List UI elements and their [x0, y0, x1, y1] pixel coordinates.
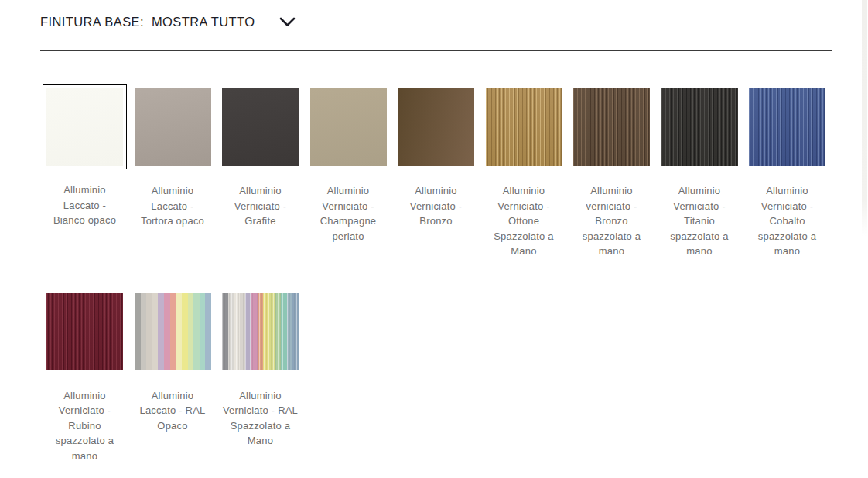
finish-selector-page: FINITURA BASE: MOSTRA TUTTO Alluminio La…	[0, 0, 868, 463]
finish-option[interactable]: Alluminio Verniciato - Cobalto spazzolat…	[749, 88, 825, 259]
finish-label: Alluminio Verniciato - Ottone Spazzolato…	[486, 183, 562, 259]
finish-swatch[interactable]	[222, 293, 299, 370]
finish-option[interactable]: Alluminio Verniciato - Bronzo	[398, 88, 474, 259]
scrollbar-thumb[interactable]	[862, 0, 867, 236]
finish-option[interactable]: Alluminio Laccato - RAL Opaco	[135, 293, 211, 464]
finish-option[interactable]: Alluminio Verniciato - Grafite	[222, 88, 299, 259]
finish-option[interactable]: Alluminio Verniciato - RAL Spazzolato a …	[222, 293, 299, 464]
finish-label: Alluminio Verniciato - RAL Spazzolato a …	[222, 388, 299, 449]
finish-swatch[interactable]	[749, 88, 825, 166]
finish-label: Alluminio Verniciato - Rubino spazzolato…	[46, 388, 123, 464]
finish-option[interactable]: Alluminio Verniciato - Rubino spazzolato…	[46, 293, 123, 464]
filter-label: FINITURA BASE:	[40, 15, 144, 29]
finish-swatch[interactable]	[398, 88, 474, 166]
finish-label: Alluminio Verniciato - Titanio spazzolat…	[661, 183, 738, 259]
finish-option[interactable]: Alluminio Verniciato - Champagne perlato	[310, 88, 387, 259]
finish-filter-bar: FINITURA BASE: MOSTRA TUTTO	[40, 15, 868, 29]
finish-swatch[interactable]	[310, 88, 387, 166]
finish-label: Alluminio Verniciato - Cobalto spazzolat…	[749, 183, 825, 259]
finish-option[interactable]: Alluminio Verniciato - Titanio spazzolat…	[661, 88, 738, 259]
finish-swatch[interactable]	[486, 88, 562, 166]
swatch-grid: Alluminio Laccato - Bianco opacoAllumini…	[46, 88, 868, 463]
finish-option[interactable]: Alluminio Laccato - Tortora opaco	[135, 88, 211, 259]
finish-option[interactable]: Alluminio Verniciato - Ottone Spazzolato…	[486, 88, 562, 259]
finish-label: Alluminio Laccato - Bianco opaco	[46, 183, 123, 228]
finish-swatch[interactable]	[661, 88, 738, 166]
finish-label: Alluminio Laccato - Tortora opaco	[135, 183, 211, 229]
finish-swatch-selected[interactable]	[43, 84, 127, 169]
finish-swatch[interactable]	[46, 293, 123, 370]
finish-swatch[interactable]	[135, 88, 211, 166]
finish-label: Alluminio Laccato - RAL Opaco	[135, 388, 211, 434]
finish-label: Alluminio Verniciato - Bronzo	[398, 183, 474, 229]
finish-swatch[interactable]	[135, 293, 211, 370]
header-divider	[40, 50, 832, 51]
finish-swatch[interactable]	[573, 88, 650, 166]
dropdown-selected-value: MOSTRA TUTTO	[152, 15, 255, 29]
scrollbar-track[interactable]	[862, 0, 868, 478]
finish-filter-dropdown[interactable]: MOSTRA TUTTO	[152, 15, 296, 29]
finish-option[interactable]: Alluminio Laccato - Bianco opaco	[46, 88, 123, 259]
finish-label: Alluminio Verniciato - Champagne perlato	[310, 183, 387, 244]
chevron-down-icon	[279, 17, 296, 27]
finish-option[interactable]: Alluminio verniciato - Bronzo spazzolato…	[573, 88, 650, 259]
finish-swatch[interactable]	[222, 88, 299, 166]
finish-label: Alluminio Verniciato - Grafite	[222, 183, 299, 229]
finish-label: Alluminio verniciato - Bronzo spazzolato…	[573, 183, 650, 259]
